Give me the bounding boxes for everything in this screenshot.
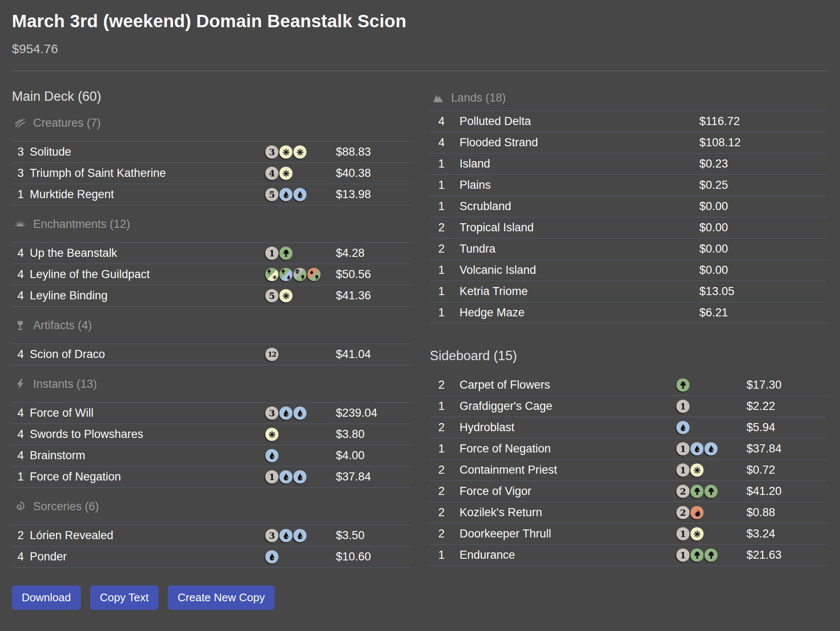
mana-g-half-icon bbox=[281, 269, 286, 275]
mana-w-icon bbox=[690, 527, 704, 540]
card-qty: 1 bbox=[17, 188, 30, 201]
card-row[interactable]: 1Plains$0.25 bbox=[430, 175, 826, 196]
mana-cost bbox=[265, 550, 336, 563]
card-name: Murktide Regent bbox=[30, 188, 265, 201]
card-rows: 4Force of Will3$239.044Swords to Plowsha… bbox=[12, 402, 410, 488]
section-label: Instants (13) bbox=[33, 378, 97, 391]
mana-u-icon bbox=[293, 529, 306, 542]
card-row[interactable]: 1Hedge Maze$6.21 bbox=[430, 302, 826, 324]
card-name: Polluted Delta bbox=[460, 115, 699, 128]
mana-w-half-icon bbox=[272, 275, 278, 280]
page-title: March 3rd (weekend) Domain Beanstalk Sci… bbox=[12, 11, 828, 31]
card-qty: 3 bbox=[17, 145, 30, 159]
card-qty: 1 bbox=[17, 470, 30, 483]
card-row[interactable]: 2Kozilek's Return2$0.88 bbox=[430, 502, 826, 523]
card-qty: 1 bbox=[438, 400, 460, 413]
card-row[interactable]: 4Swords to Plowshares$3.80 bbox=[12, 424, 410, 445]
card-qty: 1 bbox=[438, 285, 460, 298]
swirl-icon bbox=[14, 501, 26, 512]
mana-u-icon bbox=[265, 550, 278, 563]
card-row[interactable]: 2Hydroblast$5.94 bbox=[430, 417, 826, 438]
card-name: Ponder bbox=[30, 550, 265, 563]
card-row[interactable]: 2Lórien Revealed3$3.50 bbox=[12, 525, 410, 546]
card-qty: 2 bbox=[438, 463, 460, 477]
mana-2-icon: 2 bbox=[676, 506, 690, 519]
deck-section: Enchantments (12)4Up the Beanstalk1$4.28… bbox=[12, 205, 410, 307]
card-row[interactable]: 4Brainstorm$4.00 bbox=[12, 445, 410, 466]
card-row[interactable]: 4Ponder$10.60 bbox=[12, 546, 410, 568]
card-row[interactable]: 2Tropical Island$0.00 bbox=[430, 217, 826, 239]
card-qty: 1 bbox=[438, 200, 460, 213]
card-row[interactable]: 1Grafdigger's Cage1$2.22 bbox=[430, 396, 826, 417]
section-header: Creatures (7) bbox=[12, 104, 410, 141]
download-button[interactable]: Download bbox=[12, 586, 81, 610]
copy-text-button[interactable]: Copy Text bbox=[90, 586, 159, 610]
card-row[interactable]: 4Leyline of the Guildpact$50.56 bbox=[12, 264, 410, 285]
card-row[interactable]: 4Flooded Strand$108.12 bbox=[430, 132, 826, 153]
mana-5-icon: 5 bbox=[265, 289, 278, 302]
mana-generic-number: 5 bbox=[269, 190, 275, 199]
card-price: $4.28 bbox=[336, 247, 410, 260]
mana-g-half-icon bbox=[300, 275, 306, 280]
card-row[interactable]: 1Force of Negation1$37.84 bbox=[12, 466, 410, 488]
card-row[interactable]: 2Containment Priest1$0.72 bbox=[430, 460, 826, 481]
card-row[interactable]: 2Tundra$0.00 bbox=[430, 239, 826, 260]
card-row[interactable]: 4Up the Beanstalk1$4.28 bbox=[12, 243, 410, 264]
card-row[interactable]: 3Triumph of Saint Katherine4$40.38 bbox=[12, 163, 410, 184]
card-row[interactable]: 4Leyline Binding5$41.36 bbox=[12, 285, 410, 307]
mana-g-icon bbox=[690, 485, 704, 498]
card-qty: 2 bbox=[438, 221, 460, 234]
mana-cost: 3 bbox=[265, 145, 336, 159]
card-row[interactable]: 3Solitude3$88.83 bbox=[12, 142, 410, 163]
card-qty: 4 bbox=[17, 348, 30, 361]
card-row[interactable]: 1Endurance1$21.63 bbox=[430, 545, 826, 566]
section-header: Enchantments (12) bbox=[12, 205, 410, 242]
mana-u-icon bbox=[279, 406, 292, 420]
mana-3-icon: 3 bbox=[265, 406, 278, 420]
mana-generic-number: 1 bbox=[680, 529, 686, 538]
card-qty: 2 bbox=[438, 485, 460, 498]
create-new-copy-button[interactable]: Create New Copy bbox=[168, 586, 275, 610]
mana-g-half-icon bbox=[314, 275, 320, 280]
mana-u-icon bbox=[279, 529, 292, 542]
card-row[interactable]: 2Carpet of Flowers$17.30 bbox=[430, 375, 826, 396]
mana-cost bbox=[265, 428, 336, 441]
mana-r-g-icon bbox=[307, 268, 321, 281]
mana-cost: 3 bbox=[265, 406, 336, 420]
card-row[interactable]: 1Ketria Triome$13.05 bbox=[430, 281, 826, 302]
deck-section: Artifacts (4)4Scion of Draco12$41.04 bbox=[12, 307, 410, 365]
card-row[interactable]: 1Murktide Regent5$13.98 bbox=[12, 184, 410, 205]
card-row[interactable]: 4Scion of Draco12$41.04 bbox=[12, 344, 410, 365]
card-name: Force of Negation bbox=[30, 470, 265, 483]
deck-actions: Download Copy Text Create New Copy bbox=[12, 586, 410, 610]
card-price: $0.23 bbox=[699, 157, 826, 171]
mana-1-icon: 1 bbox=[265, 247, 278, 260]
mana-cost: 2 bbox=[676, 485, 746, 498]
card-price: $0.00 bbox=[699, 242, 826, 256]
card-row[interactable]: 1Scrubland$0.00 bbox=[430, 196, 826, 217]
card-row[interactable]: 1Island$0.23 bbox=[430, 153, 826, 175]
card-row[interactable]: 1Force of Negation1$37.84 bbox=[430, 438, 826, 460]
mana-u-icon bbox=[704, 442, 718, 455]
card-qty: 1 bbox=[438, 306, 460, 319]
mana-1-icon: 1 bbox=[676, 549, 690, 562]
mana-r-half-icon bbox=[309, 269, 314, 275]
card-row[interactable]: 2Force of Vigor2$41.20 bbox=[430, 481, 826, 502]
card-price: $21.63 bbox=[746, 549, 826, 562]
card-name: Hedge Maze bbox=[460, 306, 699, 319]
sunrise-icon bbox=[14, 219, 26, 230]
claw-icon bbox=[14, 117, 26, 129]
card-name: Grafdigger's Cage bbox=[460, 400, 676, 413]
card-name: Tropical Island bbox=[460, 221, 699, 234]
card-row[interactable]: 4Force of Will3$239.04 bbox=[12, 403, 410, 424]
card-row[interactable]: 2Doorkeeper Thrull1$3.24 bbox=[430, 523, 826, 545]
card-row[interactable]: 1Volcanic Island$0.00 bbox=[430, 260, 826, 281]
mana-generic-number: 12 bbox=[268, 351, 276, 358]
card-price: $108.12 bbox=[699, 136, 826, 149]
mountain-icon bbox=[432, 92, 444, 104]
card-price: $41.04 bbox=[336, 348, 410, 361]
card-name: Leyline Binding bbox=[30, 289, 265, 302]
mana-u-icon bbox=[676, 421, 690, 434]
card-qty: 1 bbox=[438, 179, 460, 192]
card-row[interactable]: 4Polluted Delta$116.72 bbox=[430, 111, 826, 132]
